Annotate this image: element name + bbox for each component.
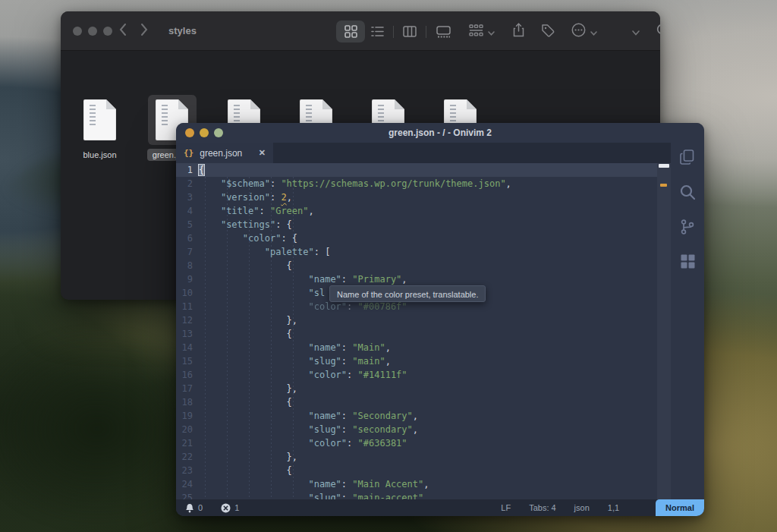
code-row[interactable]: 6 "color": { [176,231,657,245]
code-text: "name": "Primary", [199,272,407,286]
code-editor[interactable]: 1{2 "$schema": "https://schemas.wp.org/t… [176,163,657,499]
json-file-icon: {} [184,148,193,158]
code-row[interactable]: 1{ [176,163,657,177]
cursor-position-indicator[interactable]: 1,1 [608,503,619,512]
code-row[interactable]: 23 { [176,464,657,477]
line-number: 21 [176,436,199,450]
list-view-button[interactable] [365,20,389,42]
zoom-button[interactable] [103,27,112,36]
line-number: 2 [176,177,199,190]
notification-count: 0 [198,503,203,512]
code-text: }, [199,382,297,395]
notifications-indicator[interactable]: 0 [185,503,203,513]
code-row[interactable]: 3 "version": 2, [176,190,657,204]
code-text: "name": "Main Accent", [199,477,429,491]
code-row[interactable]: 4 "title": "Green", [176,204,657,218]
line-number: 8 [176,259,199,272]
tag-icon[interactable] [541,24,555,40]
icon-view-button[interactable] [336,20,365,42]
line-number: 4 [176,204,199,218]
search-icon[interactable] [679,184,696,200]
code-row[interactable]: 13 { [176,327,657,341]
files-icon[interactable] [679,149,696,165]
document-icon[interactable] [76,95,124,145]
line-number: 6 [176,231,199,245]
warning-marker [660,184,667,187]
code-text: "slug": "main-accent", [199,491,429,499]
toolbar-separator [426,26,426,38]
editor-scrollbar[interactable] [657,163,671,499]
forward-icon[interactable] [140,23,149,39]
code-row[interactable]: 2 "$schema": "https://schemas.wp.org/tru… [176,177,657,190]
tab-green-json[interactable]: {} green.json ✕ [176,143,273,163]
code-text: "color": "#636381" [199,436,407,450]
toolbar-overflow-chevron-icon[interactable] [632,25,640,39]
code-row[interactable]: 8 { [176,259,657,272]
line-number: 11 [176,300,199,313]
code-text: "settings": { [199,218,292,231]
code-row[interactable]: 12 }, [176,313,657,327]
minimize-button[interactable] [88,27,97,36]
line-ending-indicator[interactable]: LF [501,503,511,512]
line-number: 20 [176,423,199,436]
back-icon[interactable] [118,23,127,39]
group-chevron-icon[interactable] [488,25,495,39]
tab-size-indicator[interactable]: Tabs: 4 [529,503,555,512]
code-lines: 1{2 "$schema": "https://schemas.wp.org/t… [176,163,657,499]
code-text: "name": "Secondary", [199,409,418,423]
column-view-button[interactable] [398,20,422,42]
more-chevron-icon[interactable] [590,25,597,39]
line-number: 3 [176,190,199,204]
language-indicator[interactable]: json [574,503,590,512]
code-row[interactable]: 22 }, [176,450,657,464]
code-text: "name": "Main", [199,341,391,354]
code-row[interactable]: 15 "slug": "main", [176,354,657,368]
search-icon[interactable] [656,24,660,40]
view-mode-switcher [336,20,456,42]
tab-close-icon[interactable]: ✕ [259,148,266,158]
code-row[interactable]: 19 "name": "Secondary", [176,409,657,423]
line-number: 7 [176,245,199,259]
code-row[interactable]: 18 { [176,395,657,409]
code-row[interactable]: 17 }, [176,382,657,395]
more-icon[interactable] [571,23,586,40]
code-text: "color": { [199,231,297,245]
code-row[interactable]: 14 "name": "Main", [176,341,657,354]
close-button[interactable] [73,27,82,36]
file-item[interactable]: blue.json [64,95,136,161]
code-text: { [199,259,292,272]
code-text: "slug": "secondary", [199,423,418,436]
activity-bar [671,143,704,499]
code-row[interactable]: 25 "slug": "main-accent", [176,491,657,499]
code-row[interactable]: 21 "color": "#636381" [176,436,657,450]
code-row[interactable]: 20 "slug": "secondary", [176,423,657,436]
bell-icon [185,503,194,513]
code-row[interactable]: 9 "name": "Primary", [176,272,657,286]
code-text: "$schema": "https://schemas.wp.org/trunk… [199,177,511,190]
code-text: "version": 2, [199,190,292,204]
status-bar: 0 1 LF Tabs: 4 json 1,1 Normal [176,499,704,516]
code-row[interactable]: 24 "name": "Main Accent", [176,477,657,491]
share-icon[interactable] [513,23,524,40]
line-number: 13 [176,327,199,341]
finder-toolbar: styles [61,11,660,51]
code-text: "color": "#14111f" [199,368,407,382]
code-text: { [199,327,292,341]
code-row[interactable]: 16 "color": "#14111f" [176,368,657,382]
file-label: blue.json [77,149,121,161]
line-number: 17 [176,382,199,395]
source-control-icon[interactable] [680,219,695,235]
code-text: "palette": [ [199,245,330,259]
code-row[interactable]: 5 "settings": { [176,218,657,231]
group-icon[interactable] [469,24,483,39]
gallery-view-button[interactable] [430,20,456,42]
line-number: 25 [176,491,199,499]
errors-indicator[interactable]: 1 [221,503,239,513]
scrollbar-thumb[interactable] [659,164,669,168]
line-number: 14 [176,341,199,354]
code-row[interactable]: 7 "palette": [ [176,245,657,259]
line-number: 19 [176,409,199,423]
extensions-icon[interactable] [680,253,696,269]
line-number: 10 [176,286,199,300]
finder-window-title: styles [168,25,197,36]
